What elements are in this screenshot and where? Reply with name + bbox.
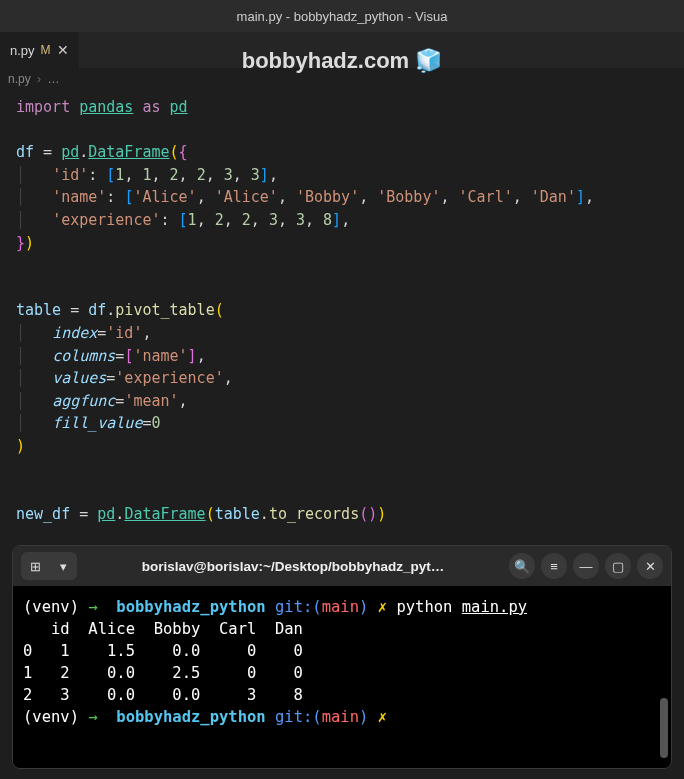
chevron-down-icon: ▾ xyxy=(60,559,67,574)
search-button[interactable]: 🔍 xyxy=(509,553,535,579)
tab-bar: n.py M ✕ xyxy=(0,32,684,68)
close-icon[interactable]: ✕ xyxy=(57,42,69,58)
terminal-output[interactable]: (venv) → bobbyhadz_python git:(main) ✗ p… xyxy=(13,586,671,768)
maximize-icon: ▢ xyxy=(612,559,624,574)
code-editor[interactable]: import pandas as pd df = pd.DataFrame({ … xyxy=(0,90,684,576)
new-tab-button[interactable]: ⊞ xyxy=(21,552,49,580)
tab-modified-indicator: M xyxy=(41,43,51,57)
breadcrumb[interactable]: n.py › … xyxy=(0,68,684,90)
menu-icon: ≡ xyxy=(550,559,558,574)
terminal-panel: ⊞ ▾ borislav@borislav:~/Desktop/bobbyhad… xyxy=(12,545,672,769)
window-title: main.py - bobbyhadz_python - Visua xyxy=(237,9,448,24)
terminal-scrollbar[interactable] xyxy=(660,698,668,758)
close-button[interactable]: ✕ xyxy=(637,553,663,579)
tab-main-py[interactable]: n.py M ✕ xyxy=(0,32,79,68)
tab-dropdown-button[interactable]: ▾ xyxy=(49,552,77,580)
plus-icon: ⊞ xyxy=(30,559,41,574)
maximize-button[interactable]: ▢ xyxy=(605,553,631,579)
minimize-icon: — xyxy=(580,559,593,574)
minimize-button[interactable]: — xyxy=(573,553,599,579)
search-icon: 🔍 xyxy=(514,559,530,574)
terminal-header: ⊞ ▾ borislav@borislav:~/Desktop/bobbyhad… xyxy=(13,546,671,586)
window-title-bar: main.py - bobbyhadz_python - Visua xyxy=(0,0,684,32)
menu-button[interactable]: ≡ xyxy=(541,553,567,579)
close-icon: ✕ xyxy=(645,559,656,574)
tab-filename: n.py xyxy=(10,43,35,58)
terminal-title: borislav@borislav:~/Desktop/bobbyhadz_py… xyxy=(83,559,503,574)
